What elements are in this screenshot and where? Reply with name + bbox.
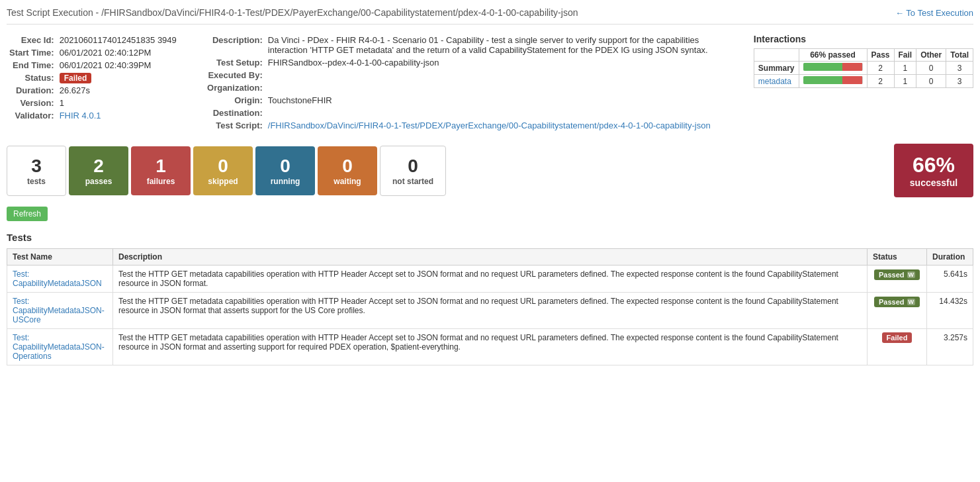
test-script-label: Test Script: — [193, 119, 265, 132]
status-badge: Failed — [60, 73, 92, 83]
stat-running-label: running — [271, 177, 300, 186]
organization-value — [265, 81, 740, 94]
test-status-cell: Failed — [868, 329, 927, 365]
stat-skipped-num: 0 — [218, 156, 228, 177]
progress-bar — [803, 76, 863, 84]
interaction-other: 0 — [916, 62, 946, 75]
start-time-value: 06/01/2021 02:40:12PM — [57, 46, 179, 59]
interaction-progress-cell — [799, 62, 867, 75]
interaction-total: 3 — [946, 75, 973, 88]
stat-success-pct: 66% — [913, 153, 955, 177]
test-script-value: /FHIRSandbox/DaVinci/FHIR4-0-1-Test/PDEX… — [265, 119, 740, 132]
end-time-label: End Time: — [7, 59, 57, 72]
organization-label: Organization: — [193, 81, 265, 94]
meta-right: Interactions 66% passed Pass Fail Other … — [754, 34, 973, 132]
interaction-row-name[interactable]: metadata — [754, 75, 799, 88]
status-label: Status: — [7, 72, 57, 84]
col-test-name: Test Name — [7, 249, 113, 265]
test-duration-cell: 3.257s — [927, 329, 973, 365]
destination-value — [265, 107, 740, 119]
stat-failures-label: failures — [147, 177, 175, 186]
status-badge-failed: Failed — [882, 332, 913, 343]
interactions-col-other: Other — [916, 49, 946, 62]
stat-failures: 1 failures — [131, 146, 191, 195]
stat-not-started-label: not started — [392, 177, 433, 186]
meta-left: Exec Id:20210601174012451835 3949 Start … — [7, 34, 179, 132]
meta-center: Description:Da Vinci - PDex - FHIR R4-0-… — [193, 34, 740, 132]
refresh-button[interactable]: Refresh — [7, 207, 48, 221]
stat-waiting-label: waiting — [334, 177, 361, 186]
back-link[interactable]: To Test Execution — [895, 8, 973, 18]
test-duration-cell: 14.432s — [927, 293, 973, 329]
title-main: Test Script Execution — [7, 7, 93, 18]
validator-link[interactable]: FHIR 4.0.1 — [60, 111, 101, 120]
executed-by-value — [265, 69, 740, 81]
stat-passes-label: passes — [85, 177, 112, 186]
summary-label: Summary — [758, 64, 795, 73]
stat-passes-num: 2 — [93, 156, 104, 177]
interactions-col-fail: Fail — [894, 49, 916, 62]
meta-section: Exec Id:20210601174012451835 3949 Start … — [7, 34, 973, 132]
test-setup-value: FHIRSandbox--pdex-4-0-1-00-capability-js… — [265, 56, 740, 69]
test-name-link[interactable]: Test:CapabilityMetadataJSON-USCore — [13, 297, 105, 324]
validator-value: FHIR 4.0.1 — [57, 109, 179, 122]
interaction-progress-cell — [799, 75, 867, 88]
stat-tests-num: 3 — [31, 156, 42, 177]
tests-table: Test Name Description Status Duration Te… — [7, 248, 973, 365]
origin-label: Origin: — [193, 94, 265, 107]
interactions-title: Interactions — [754, 34, 973, 44]
stat-tests: 3 tests — [7, 146, 66, 196]
test-name-cell: Test:CapabilityMetadataJSON — [7, 265, 113, 293]
stat-failures-num: 1 — [156, 156, 166, 177]
executed-by-label: Executed By: — [193, 69, 265, 81]
progress-bar — [803, 63, 863, 71]
title-subtitle: - /FHIRSandbox/DaVinci/FHIR4-0-1-Test/PD… — [93, 7, 578, 18]
stat-running: 0 running — [255, 146, 315, 195]
tests-section: Tests Test Name Description Status Durat… — [7, 232, 973, 365]
test-description-cell: Test the HTTP GET metadata capabilities … — [113, 293, 868, 329]
col-description: Description — [113, 249, 868, 265]
exec-id-label: Exec Id: — [7, 34, 57, 46]
metadata-link[interactable]: metadata — [758, 77, 791, 86]
origin-value: TouchstoneFHIR — [265, 94, 740, 107]
table-row: Test:CapabilityMetadataJSON-USCore Test … — [7, 293, 973, 329]
duration-label: Duration: — [7, 84, 57, 97]
test-name-link[interactable]: Test:CapabilityMetadataJSON — [13, 269, 102, 288]
stat-waiting: 0 waiting — [318, 146, 377, 195]
stat-skipped: 0 skipped — [193, 146, 253, 195]
stat-skipped-label: skipped — [208, 177, 238, 186]
table-row: Test:CapabilityMetadataJSON Test the HTT… — [7, 265, 973, 293]
interaction-pass: 2 — [867, 62, 894, 75]
test-name-cell: Test:CapabilityMetadataJSON-USCore — [7, 293, 113, 329]
interactions-table: 66% passed Pass Fail Other Total Summary… — [754, 48, 973, 88]
duration-value: 26.627s — [57, 84, 179, 97]
interactions-col-total: Total — [946, 49, 973, 62]
validator-label: Validator: — [7, 109, 57, 122]
destination-label: Destination: — [193, 107, 265, 119]
stat-tests-label: tests — [27, 177, 46, 186]
test-status-cell: PassedW — [868, 293, 927, 329]
test-name-cell: Test:CapabilityMetadataJSON-Operations — [7, 329, 113, 365]
description-label: Description: — [193, 34, 265, 56]
interaction-fail: 1 — [894, 75, 916, 88]
interaction-other: 0 — [916, 75, 946, 88]
interaction-pass: 2 — [867, 75, 894, 88]
interaction-fail: 1 — [894, 62, 916, 75]
table-row: Test:CapabilityMetadataJSON-Operations T… — [7, 329, 973, 365]
stat-waiting-num: 0 — [342, 156, 353, 177]
col-status: Status — [868, 249, 927, 265]
stat-running-num: 0 — [280, 156, 290, 177]
start-time-label: Start Time: — [7, 46, 57, 59]
stats-row: 3 tests 2 passes 1 failures 0 skipped 0 … — [7, 144, 973, 197]
interactions-col-pct: 66% passed — [799, 49, 867, 62]
version-label: Version: — [7, 97, 57, 109]
test-duration-cell: 5.641s — [927, 265, 973, 293]
exec-id-value: 20210601174012451835 3949 — [57, 34, 179, 46]
test-setup-label: Test Setup: — [193, 56, 265, 69]
page-title: Test Script Execution - /FHIRSandbox/DaV… — [7, 7, 578, 19]
test-status-cell: PassedW — [868, 265, 927, 293]
page-header: Test Script Execution - /FHIRSandbox/DaV… — [7, 7, 973, 24]
stat-not-started-num: 0 — [408, 156, 418, 177]
test-name-link[interactable]: Test:CapabilityMetadataJSON-Operations — [13, 333, 105, 361]
test-script-link[interactable]: /FHIRSandbox/DaVinci/FHIR4-0-1-Test/PDEX… — [268, 120, 711, 130]
